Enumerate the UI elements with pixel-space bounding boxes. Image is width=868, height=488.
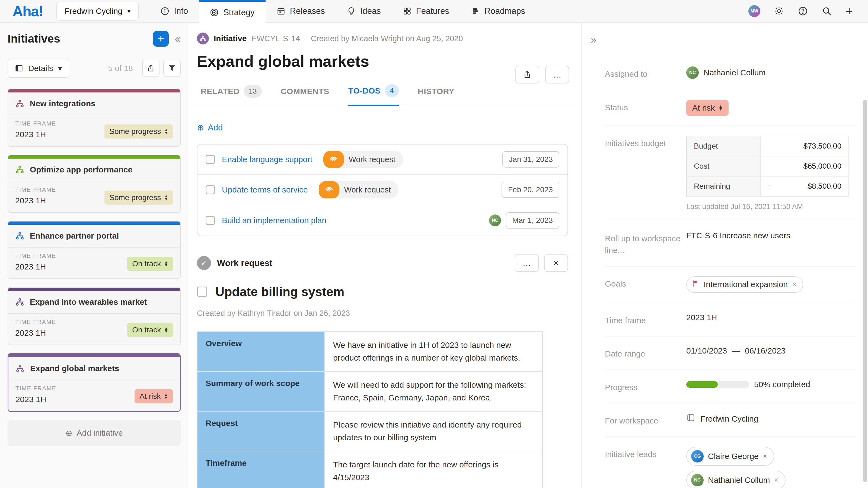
nav-tab-features[interactable]: Features <box>392 0 460 22</box>
export-button[interactable] <box>142 60 159 77</box>
releases-icon <box>276 6 286 16</box>
share-button[interactable] <box>516 66 539 84</box>
lead-tag[interactable]: NC Nathaniel Collum × <box>686 470 785 488</box>
roadmaps-icon <box>471 6 480 16</box>
features-icon <box>403 6 412 16</box>
date-end[interactable]: 06/16/2023 <box>745 346 785 355</box>
todo-title-link[interactable]: Update terms of service <box>222 185 308 194</box>
initiative-card[interactable]: New integrations TIME FRAME 2023 1H Some… <box>8 89 181 147</box>
work-request-tag[interactable]: Work request <box>319 181 399 198</box>
initiative-card[interactable]: Enhance partner portal TIME FRAME 2023 1… <box>8 221 181 279</box>
tab-count-badge: 4 <box>385 84 399 97</box>
nav-tab-releases[interactable]: Releases <box>266 0 336 22</box>
remove-icon[interactable]: × <box>792 280 796 289</box>
collapse-sidebar-icon[interactable]: « <box>175 33 181 45</box>
close-icon[interactable]: × <box>544 254 568 272</box>
record-count: 5 of 18 <box>108 64 133 73</box>
add-todo-link[interactable]: ⊕ Add <box>197 123 223 133</box>
rollup-value[interactable]: FTC-S-6 Increase new users <box>686 231 790 240</box>
tab-history[interactable]: HISTORY <box>418 84 454 106</box>
work-request-created: Created by Kathryn Tirador on Jan 26, 20… <box>197 309 568 318</box>
status-badge[interactable]: At risk▲▼ <box>134 389 173 403</box>
initiative-card[interactable]: Optimize app performance TIME FRAME 2023… <box>8 155 181 213</box>
lead-avatar: CG <box>691 450 704 462</box>
todo-checkbox[interactable] <box>206 216 215 225</box>
todo-checkbox[interactable] <box>197 287 207 297</box>
initiative-card-selected[interactable]: Expand global markets TIME FRAME 2023 1H… <box>8 353 181 412</box>
record-created: Created by Micaela Wright on Aug 25, 202… <box>311 34 463 43</box>
field-status: Status At risk ▲▼ <box>605 90 856 126</box>
nav-tab-roadmaps[interactable]: Roadmaps <box>460 0 536 22</box>
field-initiatives-budget: Initiatives budget Budget $73,500.00 Cos… <box>605 126 856 221</box>
due-date-pill[interactable]: Mar 1, 2023 <box>506 212 559 229</box>
due-date-pill[interactable]: Jan 31, 2023 <box>502 151 559 167</box>
status-badge[interactable]: On track▲▼ <box>127 323 173 337</box>
work-request-table: Overview We have an initiative in 1H of … <box>197 331 543 488</box>
tab-comments[interactable]: COMMENTS <box>281 84 329 106</box>
table-row: Request Please review this initiative an… <box>197 411 542 451</box>
initiative-icon <box>15 297 24 306</box>
details-icon <box>14 64 23 73</box>
remove-icon[interactable]: × <box>763 452 767 460</box>
initiative-card[interactable]: Expand into wearables market TIME FRAME … <box>8 287 181 345</box>
todo-checkbox[interactable] <box>206 185 215 194</box>
todo-title-link[interactable]: Enable language support <box>222 155 312 164</box>
date-separator: — <box>732 346 740 355</box>
due-date-pill[interactable]: Feb 20, 2023 <box>501 182 559 198</box>
assignee-avatar[interactable]: NC <box>686 66 699 79</box>
todo-checkbox[interactable] <box>206 155 215 164</box>
status-badge[interactable]: On track▲▼ <box>127 257 173 271</box>
initiative-card-list: New integrations TIME FRAME 2023 1H Some… <box>8 89 181 446</box>
remove-icon[interactable]: × <box>774 476 778 484</box>
status-badge[interactable]: At risk ▲▼ <box>686 100 728 116</box>
record-tab-bar: RELATED 13 COMMENTS TO-DOS 4 HISTORY <box>197 84 581 106</box>
chevron-down-icon: ▾ <box>127 7 130 15</box>
collapse-panel-icon[interactable]: » <box>591 34 596 46</box>
app-window: Aha! Fredwin Cycling ▾ Info Strategy Rel… <box>0 0 868 488</box>
workspace-selector[interactable]: Fredwin Cycling ▾ <box>56 2 138 21</box>
goal-tag[interactable]: International expansion × <box>686 276 803 293</box>
progress-bar <box>686 381 749 388</box>
aha-logo[interactable]: Aha! <box>12 3 43 20</box>
tab-count-badge: 13 <box>244 85 262 98</box>
initiative-icon <box>15 165 24 174</box>
tab-related[interactable]: RELATED 13 <box>201 84 262 106</box>
nav-tab-ideas[interactable]: Ideas <box>336 0 392 22</box>
complete-check-icon[interactable]: ✓ <box>197 256 211 270</box>
ideas-icon <box>347 6 356 16</box>
assignee-avatar[interactable]: NC <box>489 215 501 226</box>
initiative-icon <box>197 33 209 44</box>
status-badge[interactable]: Some progress▲▼ <box>104 191 173 205</box>
user-avatar[interactable]: MW <box>748 5 760 17</box>
todo-title-link[interactable]: Build an implementation plan <box>222 216 326 225</box>
status-badge[interactable]: Some progress▲▼ <box>104 124 173 138</box>
more-button[interactable]: … <box>515 254 539 272</box>
vertical-scrollbar[interactable] <box>863 100 867 482</box>
gear-icon[interactable] <box>774 6 784 16</box>
lead-tag[interactable]: CG Claire George × <box>686 447 774 466</box>
info-icon <box>160 6 169 16</box>
nav-tab-info[interactable]: Info <box>150 0 199 22</box>
nav-tab-strategy[interactable]: Strategy <box>199 0 265 23</box>
add-initiative-button[interactable]: + <box>153 31 169 46</box>
add-initiative-row-button[interactable]: ⊕ Add initiative <box>8 420 181 446</box>
work-request-tag[interactable]: Work request <box>323 151 403 168</box>
lead-avatar: NC <box>691 474 704 486</box>
field-time-frame: Time frame 2023 1H <box>605 303 856 337</box>
add-icon[interactable]: + <box>845 4 853 19</box>
details-view-button[interactable]: Details ▾ <box>8 59 69 78</box>
filter-button[interactable] <box>163 60 181 77</box>
help-icon[interactable] <box>798 6 808 16</box>
field-assigned-to: Assigned to NC Nathaniel Collum <box>605 57 856 90</box>
search-icon[interactable] <box>822 6 832 16</box>
todo-row: Build an implementation plan NC Mar 1, 2… <box>197 205 567 236</box>
work-request-title: Update billing system <box>215 284 344 299</box>
work-request-icon <box>319 181 339 198</box>
date-start[interactable]: 01/10/2023 <box>686 346 727 355</box>
top-nav: Aha! Fredwin Cycling ▾ Info Strategy Rel… <box>0 0 868 23</box>
work-request-icon <box>323 151 344 168</box>
workspace-icon <box>686 413 695 424</box>
tab-todos[interactable]: TO-DOS 4 <box>348 84 399 106</box>
more-button[interactable]: … <box>545 66 569 84</box>
record-reference[interactable]: FWCYL-S-14 <box>252 34 300 43</box>
